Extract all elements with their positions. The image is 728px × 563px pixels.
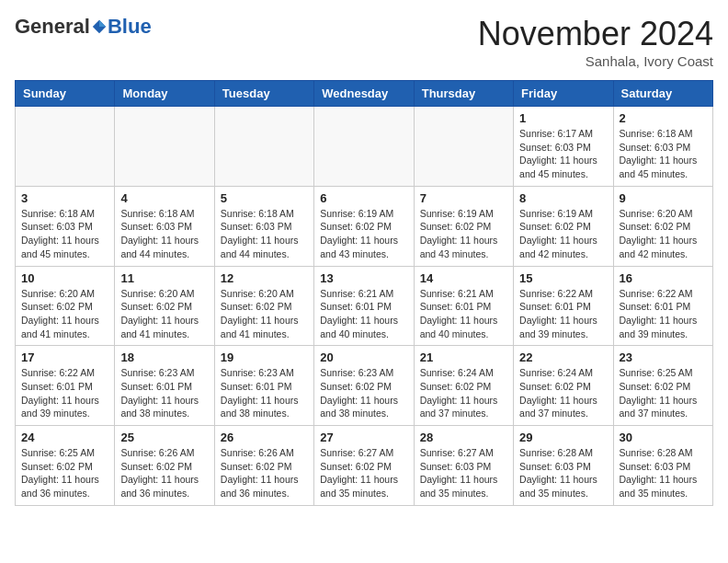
calendar-cell xyxy=(314,107,414,187)
calendar-cell: 13Sunrise: 6:21 AM Sunset: 6:01 PM Dayli… xyxy=(314,266,414,346)
day-info: Sunrise: 6:20 AM Sunset: 6:02 PM Dayligh… xyxy=(21,287,108,341)
day-number: 5 xyxy=(221,191,308,205)
day-number: 13 xyxy=(320,271,407,285)
calendar-cell: 9Sunrise: 6:20 AM Sunset: 6:02 PM Daylig… xyxy=(613,186,712,266)
day-info: Sunrise: 6:22 AM Sunset: 6:01 PM Dayligh… xyxy=(620,287,707,341)
calendar-cell: 12Sunrise: 6:20 AM Sunset: 6:02 PM Dayli… xyxy=(214,266,313,346)
logo-blue: Blue xyxy=(108,15,152,39)
day-info: Sunrise: 6:23 AM Sunset: 6:01 PM Dayligh… xyxy=(221,366,308,420)
day-info: Sunrise: 6:24 AM Sunset: 6:02 PM Dayligh… xyxy=(519,366,607,420)
title-block: November 2024 Sanhala, Ivory Coast xyxy=(478,15,713,69)
day-info: Sunrise: 6:28 AM Sunset: 6:03 PM Dayligh… xyxy=(620,446,707,500)
calendar-header-saturday: Saturday xyxy=(613,81,712,107)
day-number: 21 xyxy=(420,350,507,364)
day-info: Sunrise: 6:18 AM Sunset: 6:03 PM Dayligh… xyxy=(21,207,108,261)
day-number: 22 xyxy=(519,350,607,364)
calendar-header-monday: Monday xyxy=(115,81,214,107)
day-info: Sunrise: 6:18 AM Sunset: 6:03 PM Dayligh… xyxy=(620,127,707,181)
calendar-cell: 27Sunrise: 6:27 AM Sunset: 6:02 PM Dayli… xyxy=(314,426,414,506)
location: Sanhala, Ivory Coast xyxy=(478,53,713,69)
day-info: Sunrise: 6:20 AM Sunset: 6:02 PM Dayligh… xyxy=(221,287,308,341)
calendar-cell: 22Sunrise: 6:24 AM Sunset: 6:02 PM Dayli… xyxy=(514,346,613,426)
day-number: 4 xyxy=(120,191,208,205)
day-info: Sunrise: 6:26 AM Sunset: 6:02 PM Dayligh… xyxy=(221,446,308,500)
week-row-4: 17Sunrise: 6:22 AM Sunset: 6:01 PM Dayli… xyxy=(16,346,713,426)
calendar-cell: 21Sunrise: 6:24 AM Sunset: 6:02 PM Dayli… xyxy=(414,346,513,426)
day-number: 2 xyxy=(620,111,707,125)
day-number: 15 xyxy=(519,271,607,285)
logo: General Blue xyxy=(15,15,152,39)
day-info: Sunrise: 6:18 AM Sunset: 6:03 PM Dayligh… xyxy=(120,207,208,261)
day-info: Sunrise: 6:22 AM Sunset: 6:01 PM Dayligh… xyxy=(519,287,607,341)
week-row-1: 1Sunrise: 6:17 AM Sunset: 6:03 PM Daylig… xyxy=(16,107,713,187)
week-row-5: 24Sunrise: 6:25 AM Sunset: 6:02 PM Dayli… xyxy=(16,426,713,506)
calendar-cell: 11Sunrise: 6:20 AM Sunset: 6:02 PM Dayli… xyxy=(115,266,214,346)
day-number: 18 xyxy=(120,350,208,364)
day-info: Sunrise: 6:20 AM Sunset: 6:02 PM Dayligh… xyxy=(620,207,707,261)
calendar-cell: 16Sunrise: 6:22 AM Sunset: 6:01 PM Dayli… xyxy=(613,266,712,346)
calendar-header-tuesday: Tuesday xyxy=(214,81,313,107)
day-info: Sunrise: 6:18 AM Sunset: 6:03 PM Dayligh… xyxy=(221,207,308,261)
day-info: Sunrise: 6:26 AM Sunset: 6:02 PM Dayligh… xyxy=(120,446,208,500)
day-number: 30 xyxy=(620,431,707,444)
day-number: 7 xyxy=(420,191,507,205)
calendar-cell: 23Sunrise: 6:25 AM Sunset: 6:02 PM Dayli… xyxy=(613,346,712,426)
week-row-3: 10Sunrise: 6:20 AM Sunset: 6:02 PM Dayli… xyxy=(16,266,713,346)
calendar-cell: 3Sunrise: 6:18 AM Sunset: 6:03 PM Daylig… xyxy=(16,186,115,266)
day-number: 20 xyxy=(320,350,407,364)
calendar-cell: 24Sunrise: 6:25 AM Sunset: 6:02 PM Dayli… xyxy=(16,426,115,506)
calendar-cell: 15Sunrise: 6:22 AM Sunset: 6:01 PM Dayli… xyxy=(514,266,613,346)
day-number: 29 xyxy=(519,431,607,444)
calendar-cell xyxy=(414,107,513,187)
day-info: Sunrise: 6:23 AM Sunset: 6:02 PM Dayligh… xyxy=(320,366,407,420)
calendar-cell: 8Sunrise: 6:19 AM Sunset: 6:02 PM Daylig… xyxy=(514,186,613,266)
calendar-header-row: SundayMondayTuesdayWednesdayThursdayFrid… xyxy=(16,81,713,107)
calendar-table: SundayMondayTuesdayWednesdayThursdayFrid… xyxy=(15,80,713,506)
day-number: 19 xyxy=(221,350,308,364)
day-number: 16 xyxy=(620,271,707,285)
calendar-header-friday: Friday xyxy=(514,81,613,107)
calendar-cell: 2Sunrise: 6:18 AM Sunset: 6:03 PM Daylig… xyxy=(613,107,712,187)
calendar-cell: 20Sunrise: 6:23 AM Sunset: 6:02 PM Dayli… xyxy=(314,346,414,426)
day-info: Sunrise: 6:19 AM Sunset: 6:02 PM Dayligh… xyxy=(320,207,407,261)
day-number: 12 xyxy=(221,271,308,285)
day-number: 17 xyxy=(21,350,108,364)
page-header: General Blue November 2024 Sanhala, Ivor… xyxy=(15,15,713,69)
day-info: Sunrise: 6:28 AM Sunset: 6:03 PM Dayligh… xyxy=(519,446,607,500)
day-info: Sunrise: 6:19 AM Sunset: 6:02 PM Dayligh… xyxy=(420,207,507,261)
calendar-cell: 28Sunrise: 6:27 AM Sunset: 6:03 PM Dayli… xyxy=(414,426,513,506)
calendar-cell: 5Sunrise: 6:18 AM Sunset: 6:03 PM Daylig… xyxy=(214,186,313,266)
calendar-cell xyxy=(16,107,115,187)
calendar-cell xyxy=(214,107,313,187)
calendar-cell: 14Sunrise: 6:21 AM Sunset: 6:01 PM Dayli… xyxy=(414,266,513,346)
day-info: Sunrise: 6:27 AM Sunset: 6:03 PM Dayligh… xyxy=(420,446,507,500)
calendar-cell: 25Sunrise: 6:26 AM Sunset: 6:02 PM Dayli… xyxy=(115,426,214,506)
day-info: Sunrise: 6:25 AM Sunset: 6:02 PM Dayligh… xyxy=(620,366,707,420)
month-title: November 2024 xyxy=(478,15,713,53)
day-number: 24 xyxy=(21,431,108,444)
day-number: 1 xyxy=(519,111,607,125)
day-number: 27 xyxy=(320,431,407,444)
calendar-cell: 4Sunrise: 6:18 AM Sunset: 6:03 PM Daylig… xyxy=(115,186,214,266)
calendar-cell: 10Sunrise: 6:20 AM Sunset: 6:02 PM Dayli… xyxy=(16,266,115,346)
day-number: 10 xyxy=(21,271,108,285)
calendar-header-sunday: Sunday xyxy=(16,81,115,107)
day-info: Sunrise: 6:21 AM Sunset: 6:01 PM Dayligh… xyxy=(320,287,407,341)
day-info: Sunrise: 6:20 AM Sunset: 6:02 PM Dayligh… xyxy=(120,287,208,341)
day-info: Sunrise: 6:22 AM Sunset: 6:01 PM Dayligh… xyxy=(21,366,108,420)
calendar-cell xyxy=(115,107,214,187)
logo-icon xyxy=(91,18,108,35)
day-number: 8 xyxy=(519,191,607,205)
calendar-header-wednesday: Wednesday xyxy=(314,81,414,107)
day-number: 23 xyxy=(620,350,707,364)
calendar-cell: 17Sunrise: 6:22 AM Sunset: 6:01 PM Dayli… xyxy=(16,346,115,426)
calendar-cell: 7Sunrise: 6:19 AM Sunset: 6:02 PM Daylig… xyxy=(414,186,513,266)
day-info: Sunrise: 6:27 AM Sunset: 6:02 PM Dayligh… xyxy=(320,446,407,500)
week-row-2: 3Sunrise: 6:18 AM Sunset: 6:03 PM Daylig… xyxy=(16,186,713,266)
day-number: 26 xyxy=(221,431,308,444)
calendar-cell: 26Sunrise: 6:26 AM Sunset: 6:02 PM Dayli… xyxy=(214,426,313,506)
day-info: Sunrise: 6:23 AM Sunset: 6:01 PM Dayligh… xyxy=(120,366,208,420)
day-number: 6 xyxy=(320,191,407,205)
svg-marker-1 xyxy=(99,20,106,27)
calendar-cell: 18Sunrise: 6:23 AM Sunset: 6:01 PM Dayli… xyxy=(115,346,214,426)
